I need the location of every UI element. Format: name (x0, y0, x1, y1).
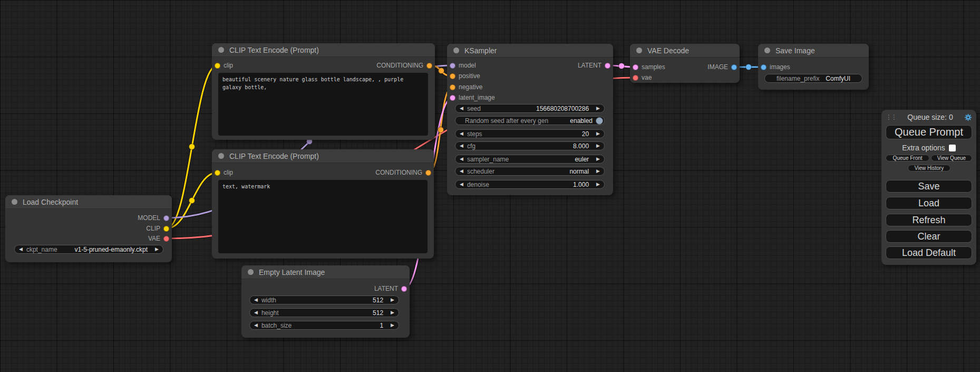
increment-arrow-icon[interactable]: ▶ (596, 182, 600, 187)
output-slot-latent[interactable] (401, 286, 407, 292)
increment-arrow-icon[interactable]: ▶ (391, 298, 394, 302)
input-slot-model[interactable] (450, 63, 455, 69)
node-collapse-dot[interactable] (218, 47, 224, 53)
node-collapse-dot[interactable] (218, 153, 224, 159)
input-slot-latent-image[interactable] (450, 95, 455, 101)
output-slot-vae[interactable] (163, 236, 169, 242)
input-slot-clip[interactable] (215, 63, 220, 69)
output-slot-model[interactable] (163, 215, 169, 221)
node-collapse-dot[interactable] (636, 47, 642, 53)
node-vae-decode[interactable]: VAE Decode samples IMAGE vae (630, 44, 740, 83)
decrement-arrow-icon[interactable]: ◀ (460, 106, 463, 111)
output-slot-conditioning[interactable] (425, 170, 431, 176)
settings-gear-icon[interactable] (964, 113, 972, 121)
widget-value: v1-5-pruned-emaonly.ckpt (75, 246, 148, 253)
extra-options-label: Extra options (902, 144, 945, 152)
node-title-bar[interactable]: KSampler (447, 44, 613, 58)
widget-seed[interactable]: ◀ seed 156680208700286 ▶ (455, 104, 605, 113)
output-slot-image[interactable] (731, 64, 737, 70)
refresh-button[interactable]: Refresh (886, 214, 972, 226)
node-title-bar[interactable]: Empty Latent Image (241, 265, 410, 279)
drag-handle-icon[interactable]: ⋮⋮ (886, 114, 896, 120)
queue-front-button[interactable]: Queue Front (886, 155, 929, 161)
decrement-arrow-icon[interactable]: ◀ (460, 182, 463, 187)
extra-options-checkbox[interactable] (949, 145, 956, 151)
input-slot-clip[interactable] (215, 170, 220, 176)
queue-prompt-button[interactable]: Queue Prompt (886, 125, 972, 139)
input-slot-positive[interactable] (450, 73, 455, 79)
node-collapse-dot[interactable] (12, 199, 17, 205)
widget-label: sampler_name (467, 156, 509, 163)
view-history-button[interactable]: View History (908, 165, 950, 171)
toggle-circle[interactable] (596, 117, 603, 125)
clear-button[interactable]: Clear (886, 230, 972, 243)
decrement-arrow-icon[interactable]: ◀ (19, 247, 23, 252)
widget-label: width (261, 297, 276, 304)
node-title-bar[interactable]: CLIP Text Encode (Prompt) (212, 149, 434, 163)
slot-row: samples IMAGE (630, 62, 740, 72)
node-save-image[interactable]: Save Image images filename_prefix ComfyU… (758, 44, 869, 90)
comfyui-canvas[interactable]: Load Checkpoint MODEL CLIP VAE ◀ ckpt_na… (0, 0, 980, 372)
node-title-bar[interactable]: Load Checkpoint (5, 195, 172, 209)
increment-arrow-icon[interactable]: ▶ (596, 131, 600, 136)
output-slot-clip[interactable] (163, 226, 169, 232)
input-label-clip: clip (224, 169, 233, 176)
node-title-bar[interactable]: CLIP Text Encode (Prompt) (212, 43, 435, 57)
widget-denoise[interactable]: ◀ denoise 1.000 ▶ (455, 180, 605, 189)
decrement-arrow-icon[interactable]: ◀ (460, 144, 463, 148)
slot-row: MODEL (5, 213, 172, 223)
node-clip-text-encode-positive[interactable]: CLIP Text Encode (Prompt) clip CONDITION… (212, 43, 435, 140)
widget-value: ComfyUI (826, 75, 850, 82)
widget-batch-size[interactable]: ◀ batch_size 1 ▶ (249, 321, 399, 330)
load-button[interactable]: Load (886, 197, 972, 209)
node-title: Load Checkpoint (23, 198, 78, 206)
widget-ckpt-name[interactable]: ◀ ckpt_name v1-5-pruned-emaonly.ckpt ▶ (14, 245, 163, 254)
node-collapse-dot[interactable] (764, 47, 770, 53)
input-slot-images[interactable] (761, 64, 766, 70)
increment-arrow-icon[interactable]: ▶ (391, 323, 394, 328)
widget-sampler-name[interactable]: ◀ sampler_name euler ▶ (455, 155, 605, 164)
widget-height[interactable]: ◀ height 512 ▶ (249, 308, 399, 317)
widget-filename-prefix[interactable]: filename_prefix ComfyUI (764, 74, 862, 83)
save-button[interactable]: Save (886, 180, 972, 193)
increment-arrow-icon[interactable]: ▶ (596, 144, 600, 148)
widget-steps[interactable]: ◀ steps 20 ▶ (455, 129, 605, 138)
widget-cfg[interactable]: ◀ cfg 8.000 ▶ (455, 141, 605, 150)
load-default-button[interactable]: Load Default (886, 246, 972, 259)
decrement-arrow-icon[interactable]: ◀ (254, 310, 258, 315)
slot-row: negative (447, 82, 613, 92)
increment-arrow-icon[interactable]: ▶ (155, 247, 159, 252)
prompt-text-input[interactable]: text, watermark (218, 180, 428, 253)
decrement-arrow-icon[interactable]: ◀ (254, 298, 258, 302)
decrement-arrow-icon[interactable]: ◀ (460, 131, 463, 136)
decrement-arrow-icon[interactable]: ◀ (254, 323, 258, 328)
node-title: Save Image (775, 46, 815, 55)
input-slot-negative[interactable] (450, 84, 455, 90)
output-slot-conditioning[interactable] (426, 63, 432, 69)
view-queue-button[interactable]: View Queue (931, 155, 972, 161)
increment-arrow-icon[interactable]: ▶ (596, 169, 600, 174)
output-label-clip: CLIP (146, 225, 160, 232)
increment-arrow-icon[interactable]: ▶ (391, 310, 394, 315)
node-collapse-dot[interactable] (248, 269, 254, 275)
link-clip-to-positive-prompt (167, 65, 217, 228)
decrement-arrow-icon[interactable]: ◀ (460, 169, 463, 174)
increment-arrow-icon[interactable]: ▶ (596, 106, 600, 111)
input-slot-samples[interactable] (633, 64, 638, 70)
decrement-arrow-icon[interactable]: ◀ (460, 157, 463, 161)
node-title-bar[interactable]: VAE Decode (630, 44, 740, 58)
node-clip-text-encode-negative[interactable]: CLIP Text Encode (Prompt) clip CONDITION… (212, 149, 434, 259)
widget-random-seed-toggle[interactable]: Random seed after every gen enabled (455, 116, 605, 125)
node-collapse-dot[interactable] (453, 47, 459, 53)
widget-width[interactable]: ◀ width 512 ▶ (249, 295, 399, 304)
node-ksampler[interactable]: KSampler model LATENT positive negative … (447, 44, 613, 195)
output-slot-latent[interactable] (605, 63, 610, 69)
prompt-text-input[interactable]: beautiful scenery nature glass bottle la… (218, 73, 428, 136)
node-load-checkpoint[interactable]: Load Checkpoint MODEL CLIP VAE ◀ ckpt_na… (5, 195, 172, 262)
input-label-negative: negative (459, 83, 482, 91)
input-slot-vae[interactable] (633, 75, 638, 81)
increment-arrow-icon[interactable]: ▶ (596, 157, 600, 161)
node-empty-latent-image[interactable]: Empty Latent Image LATENT ◀ width 512 ▶ … (241, 265, 410, 338)
node-title-bar[interactable]: Save Image (758, 44, 869, 58)
widget-scheduler[interactable]: ◀ scheduler normal ▶ (455, 167, 605, 176)
